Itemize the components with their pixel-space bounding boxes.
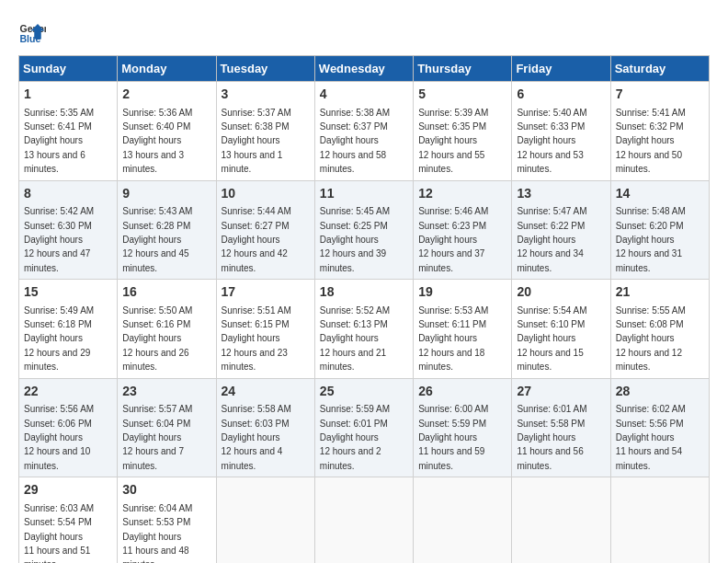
day-info: Sunrise: 5:56 AMSunset: 6:06 PMDaylight … xyxy=(24,404,94,471)
calendar-cell: 24Sunrise: 5:58 AMSunset: 6:03 PMDayligh… xyxy=(216,378,314,477)
day-info: Sunrise: 5:39 AMSunset: 6:35 PMDaylight … xyxy=(418,108,488,175)
day-info: Sunrise: 5:37 AMSunset: 6:38 PMDaylight … xyxy=(222,108,291,175)
day-info: Sunrise: 5:47 AMSunset: 6:22 PMDaylight … xyxy=(517,206,586,273)
day-info: Sunrise: 5:48 AMSunset: 6:20 PMDaylight … xyxy=(616,206,686,273)
day-number: 25 xyxy=(320,383,408,401)
day-info: Sunrise: 6:03 AMSunset: 5:54 PMDaylight … xyxy=(24,503,94,563)
day-info: Sunrise: 5:52 AMSunset: 6:13 PMDaylight … xyxy=(320,305,390,373)
day-number: 15 xyxy=(24,283,112,302)
day-info: Sunrise: 5:44 AMSunset: 6:27 PMDaylight … xyxy=(222,206,291,273)
day-info: Sunrise: 5:58 AMSunset: 6:03 PMDaylight … xyxy=(222,404,291,471)
calendar-cell: 22Sunrise: 5:56 AMSunset: 6:06 PMDayligh… xyxy=(19,378,118,477)
calendar-cell xyxy=(610,477,709,563)
day-info: Sunrise: 6:01 AMSunset: 5:58 PMDaylight … xyxy=(517,404,586,471)
day-info: Sunrise: 6:00 AMSunset: 5:59 PMDaylight … xyxy=(418,404,488,471)
calendar-cell: 23Sunrise: 5:57 AMSunset: 6:04 PMDayligh… xyxy=(118,378,216,477)
calendar-header-row: SundayMondayTuesdayWednesdayThursdayFrid… xyxy=(19,56,710,82)
calendar-cell: 8Sunrise: 5:42 AMSunset: 6:30 PMDaylight… xyxy=(19,180,118,280)
day-info: Sunrise: 5:45 AMSunset: 6:25 PMDaylight … xyxy=(320,206,390,273)
calendar-cell: 12Sunrise: 5:46 AMSunset: 6:23 PMDayligh… xyxy=(414,180,512,280)
day-number: 30 xyxy=(122,481,210,500)
calendar-cell: 4Sunrise: 5:38 AMSunset: 6:37 PMDaylight… xyxy=(314,82,413,181)
calendar-cell: 20Sunrise: 5:54 AMSunset: 6:10 PMDayligh… xyxy=(512,280,610,379)
day-info: Sunrise: 5:59 AMSunset: 6:01 PMDaylight … xyxy=(320,404,390,471)
page-header: General Blue xyxy=(18,18,710,46)
day-number: 6 xyxy=(517,86,605,104)
calendar-cell: 9Sunrise: 5:43 AMSunset: 6:28 PMDaylight… xyxy=(118,180,216,280)
day-info: Sunrise: 5:54 AMSunset: 6:10 PMDaylight … xyxy=(517,305,586,373)
day-info: Sunrise: 5:36 AMSunset: 6:40 PMDaylight … xyxy=(122,108,192,175)
day-number: 18 xyxy=(320,283,408,302)
calendar-cell: 6Sunrise: 5:40 AMSunset: 6:33 PMDaylight… xyxy=(512,82,610,181)
calendar-cell: 30Sunrise: 6:04 AMSunset: 5:53 PMDayligh… xyxy=(118,477,216,563)
day-number: 28 xyxy=(616,383,704,401)
calendar-cell: 26Sunrise: 6:00 AMSunset: 5:59 PMDayligh… xyxy=(414,378,512,477)
day-info: Sunrise: 5:50 AMSunset: 6:16 PMDaylight … xyxy=(122,305,192,373)
day-info: Sunrise: 5:55 AMSunset: 6:08 PMDaylight … xyxy=(616,305,686,373)
day-info: Sunrise: 5:51 AMSunset: 6:15 PMDaylight … xyxy=(222,305,291,373)
day-info: Sunrise: 5:35 AMSunset: 6:41 PMDaylight … xyxy=(24,108,94,175)
day-number: 8 xyxy=(24,185,112,203)
day-number: 4 xyxy=(320,86,408,104)
calendar-table: SundayMondayTuesdayWednesdayThursdayFrid… xyxy=(18,55,710,563)
calendar-cell: 3Sunrise: 5:37 AMSunset: 6:38 PMDaylight… xyxy=(216,82,314,181)
day-number: 20 xyxy=(517,283,605,302)
calendar-cell xyxy=(414,477,512,563)
header-monday: Monday xyxy=(118,56,216,82)
calendar-cell xyxy=(216,477,314,563)
calendar-cell: 11Sunrise: 5:45 AMSunset: 6:25 PMDayligh… xyxy=(314,180,413,280)
calendar-cell: 1Sunrise: 5:35 AMSunset: 6:41 PMDaylight… xyxy=(19,82,118,181)
calendar-cell: 5Sunrise: 5:39 AMSunset: 6:35 PMDaylight… xyxy=(414,82,512,181)
calendar-week-1: 1Sunrise: 5:35 AMSunset: 6:41 PMDaylight… xyxy=(19,82,710,181)
calendar-cell: 14Sunrise: 5:48 AMSunset: 6:20 PMDayligh… xyxy=(610,180,709,280)
header-wednesday: Wednesday xyxy=(314,56,413,82)
day-info: Sunrise: 5:49 AMSunset: 6:18 PMDaylight … xyxy=(24,305,94,373)
day-number: 1 xyxy=(24,86,112,104)
calendar-cell: 13Sunrise: 5:47 AMSunset: 6:22 PMDayligh… xyxy=(512,180,610,280)
day-info: Sunrise: 5:53 AMSunset: 6:11 PMDaylight … xyxy=(418,305,488,373)
day-number: 16 xyxy=(122,283,210,302)
header-sunday: Sunday xyxy=(19,56,118,82)
day-number: 22 xyxy=(24,383,112,401)
day-number: 23 xyxy=(122,383,210,401)
day-info: Sunrise: 5:46 AMSunset: 6:23 PMDaylight … xyxy=(418,206,488,273)
day-info: Sunrise: 5:38 AMSunset: 6:37 PMDaylight … xyxy=(320,108,390,175)
header-tuesday: Tuesday xyxy=(216,56,314,82)
header-thursday: Thursday xyxy=(414,56,512,82)
calendar-cell: 16Sunrise: 5:50 AMSunset: 6:16 PMDayligh… xyxy=(118,280,216,379)
day-number: 24 xyxy=(222,383,310,401)
calendar-cell: 28Sunrise: 6:02 AMSunset: 5:56 PMDayligh… xyxy=(610,378,709,477)
day-number: 10 xyxy=(222,185,310,203)
day-number: 2 xyxy=(122,86,210,104)
calendar-cell: 25Sunrise: 5:59 AMSunset: 6:01 PMDayligh… xyxy=(314,378,413,477)
day-info: Sunrise: 5:57 AMSunset: 6:04 PMDaylight … xyxy=(122,404,192,471)
day-number: 13 xyxy=(517,185,605,203)
day-number: 5 xyxy=(418,86,506,104)
day-number: 29 xyxy=(24,481,112,500)
day-number: 21 xyxy=(616,283,704,302)
day-number: 3 xyxy=(222,86,310,104)
calendar-week-2: 8Sunrise: 5:42 AMSunset: 6:30 PMDaylight… xyxy=(19,180,710,280)
day-number: 14 xyxy=(616,185,704,203)
calendar-week-4: 22Sunrise: 5:56 AMSunset: 6:06 PMDayligh… xyxy=(19,378,710,477)
calendar-cell: 21Sunrise: 5:55 AMSunset: 6:08 PMDayligh… xyxy=(610,280,709,379)
day-info: Sunrise: 5:43 AMSunset: 6:28 PMDaylight … xyxy=(122,206,192,273)
calendar-cell xyxy=(314,477,413,563)
logo-icon: General Blue xyxy=(18,18,46,46)
day-info: Sunrise: 6:04 AMSunset: 5:53 PMDaylight … xyxy=(122,503,192,563)
calendar-cell: 2Sunrise: 5:36 AMSunset: 6:40 PMDaylight… xyxy=(118,82,216,181)
calendar-cell: 7Sunrise: 5:41 AMSunset: 6:32 PMDaylight… xyxy=(610,82,709,181)
calendar-cell: 17Sunrise: 5:51 AMSunset: 6:15 PMDayligh… xyxy=(216,280,314,379)
calendar-cell: 29Sunrise: 6:03 AMSunset: 5:54 PMDayligh… xyxy=(19,477,118,563)
day-number: 19 xyxy=(418,283,506,302)
header-saturday: Saturday xyxy=(610,56,709,82)
header-friday: Friday xyxy=(512,56,610,82)
calendar-cell: 18Sunrise: 5:52 AMSunset: 6:13 PMDayligh… xyxy=(314,280,413,379)
day-info: Sunrise: 6:02 AMSunset: 5:56 PMDaylight … xyxy=(616,404,686,471)
calendar-week-5: 29Sunrise: 6:03 AMSunset: 5:54 PMDayligh… xyxy=(19,477,710,563)
day-number: 27 xyxy=(517,383,605,401)
day-number: 9 xyxy=(122,185,210,203)
calendar-cell: 27Sunrise: 6:01 AMSunset: 5:58 PMDayligh… xyxy=(512,378,610,477)
day-info: Sunrise: 5:42 AMSunset: 6:30 PMDaylight … xyxy=(24,206,94,273)
calendar-week-3: 15Sunrise: 5:49 AMSunset: 6:18 PMDayligh… xyxy=(19,280,710,379)
